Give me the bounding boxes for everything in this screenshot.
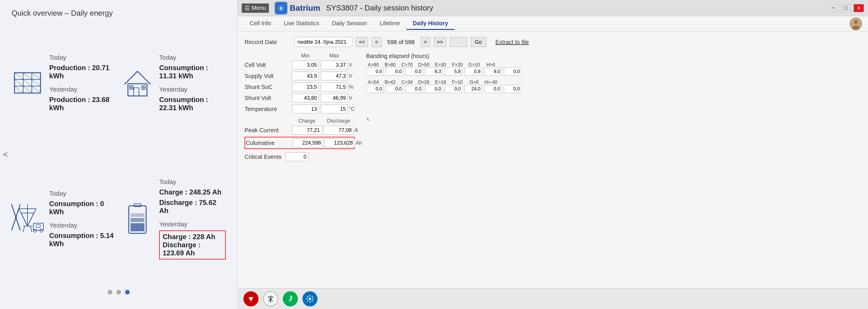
- peak-current-discharge[interactable]: [323, 126, 354, 135]
- band-a54-val[interactable]: [366, 85, 383, 93]
- svg-line-12: [23, 86, 32, 93]
- extract-button[interactable]: Extract to file: [496, 39, 529, 46]
- nav-prev-button[interactable]: <: [372, 37, 381, 47]
- heart-button[interactable]: ♥: [243, 291, 258, 306]
- house-card: Today Consumption : 11.31 kWh Yesterday …: [122, 29, 226, 137]
- charge-header: Charge Discharge: [245, 118, 354, 124]
- tab-daily-session[interactable]: Daily Session: [326, 18, 373, 30]
- svg-line-11: [14, 86, 23, 93]
- solar-today-label: Today: [49, 54, 116, 61]
- nav-next-button[interactable]: >: [421, 37, 430, 47]
- band-g0-val[interactable]: [484, 85, 502, 93]
- battery-card-text: Today Charge : 248.25 Ah Discharge : 75.…: [159, 178, 226, 259]
- dot-2[interactable]: [116, 290, 121, 294]
- band-label-b80: B>80: [383, 62, 397, 67]
- cell-volt-max[interactable]: [321, 61, 348, 69]
- logo-text: Batrium: [290, 3, 320, 13]
- svg-point-37: [40, 229, 43, 232]
- go-button[interactable]: Go: [471, 37, 486, 47]
- shunt-volt-unit: V: [349, 95, 360, 101]
- house-yesterday-label: Yesterday: [159, 86, 226, 93]
- grid-card: Today Consumption : 0 kWh Yesterday Cons…: [11, 154, 116, 284]
- band-label-c34: C>34: [400, 80, 414, 85]
- band-f10-val[interactable]: [465, 85, 482, 93]
- data-left: Min Max Cell Volt V Supply Volt V: [245, 53, 354, 161]
- page-input[interactable]: [450, 37, 467, 47]
- battery-today-charge: Charge : 248.25 Ah: [159, 188, 226, 196]
- menu-label: Menu: [251, 5, 266, 11]
- tab-lifetime[interactable]: Lifetime: [373, 18, 406, 30]
- supply-volt-min[interactable]: [292, 72, 319, 80]
- band-label-g0: G>0: [467, 80, 481, 85]
- antenna-button[interactable]: [263, 291, 278, 306]
- tab-daily-history[interactable]: Daily History: [406, 18, 455, 30]
- svg-text:B: B: [280, 6, 282, 11]
- left-panel: Quick overview – Daily energy: [0, 0, 237, 309]
- band-h-40-val[interactable]: [504, 85, 521, 93]
- band-g10-val[interactable]: [484, 67, 502, 76]
- band-h0-val[interactable]: [504, 67, 521, 76]
- batrium-window: ☰ Menu B Batrium SYS3807 - Daily session…: [237, 0, 868, 309]
- band-d26-val[interactable]: [425, 85, 442, 93]
- svg-line-6: [23, 73, 32, 79]
- house-icon: [122, 67, 153, 99]
- temperature-max[interactable]: [321, 105, 348, 113]
- shunt-soc-unit: %: [349, 84, 360, 90]
- peak-current-unit: A: [354, 127, 366, 133]
- band-d50-val[interactable]: [425, 67, 442, 76]
- band-label-h0: H>0: [484, 62, 498, 67]
- dot-3[interactable]: [125, 290, 130, 294]
- cell-volt-min[interactable]: [292, 61, 319, 69]
- shunt-soc-min[interactable]: [292, 83, 319, 91]
- cell-volt-row: Cell Volt V: [245, 61, 354, 69]
- band-b80-val[interactable]: [386, 67, 403, 76]
- house-card-text: Today Consumption : 11.31 kWh Yesterday …: [159, 54, 226, 112]
- solar-yesterday-value: Production : 23.68 kWh: [49, 96, 116, 112]
- menu-button[interactable]: ☰ Menu: [242, 3, 269, 13]
- run-button[interactable]: [283, 291, 298, 306]
- band-label-f10: F>10: [450, 80, 465, 85]
- cumulative-discharge[interactable]: [325, 139, 355, 147]
- left-arrow-button[interactable]: <: [3, 149, 8, 160]
- svg-rect-62: [310, 301, 311, 303]
- shunt-volt-min[interactable]: [292, 94, 319, 102]
- supply-volt-max[interactable]: [321, 72, 348, 80]
- banding-row1-labels: A>90 B>80 C>70 D>50 E>30 F>20 G>10 H>0: [366, 62, 861, 67]
- bottom-toolbar: ♥: [238, 288, 868, 309]
- grid-icon: [11, 203, 43, 235]
- band-b42-val[interactable]: [386, 85, 403, 93]
- record-date-input[interactable]: [294, 37, 352, 47]
- temperature-min[interactable]: [292, 105, 319, 113]
- band-label-b42: B>42: [383, 80, 397, 85]
- band-c34-val[interactable]: [405, 85, 423, 93]
- grid-today-label: Today: [49, 190, 116, 197]
- band-e18-val[interactable]: [445, 85, 462, 93]
- close-button[interactable]: ✕: [854, 4, 864, 12]
- band-c70-val[interactable]: [405, 67, 423, 76]
- critical-events-value[interactable]: [285, 152, 309, 161]
- minimize-button[interactable]: −: [828, 4, 838, 12]
- svg-line-27: [21, 213, 28, 226]
- nav-last-button[interactable]: >>: [434, 37, 446, 47]
- tab-cell-info[interactable]: Cell Info: [243, 18, 277, 30]
- nav-first-button[interactable]: <<: [356, 37, 368, 47]
- tab-live-statistics[interactable]: Live Statistics: [277, 18, 325, 30]
- cumulative-charge[interactable]: [293, 139, 323, 147]
- maximize-button[interactable]: □: [841, 4, 851, 12]
- svg-rect-42: [130, 213, 145, 217]
- dot-1[interactable]: [108, 290, 112, 294]
- peak-current-label: Peak Current: [245, 127, 291, 134]
- peak-current-charge[interactable]: [292, 126, 322, 135]
- temperature-row: Temperature °C: [245, 105, 354, 113]
- band-a90-val[interactable]: [366, 67, 383, 76]
- shunt-volt-max[interactable]: [321, 94, 348, 102]
- svg-rect-64: [312, 298, 314, 299]
- record-date-label: Record Date: [245, 39, 291, 46]
- band-f20-val[interactable]: [465, 67, 482, 76]
- data-section: Min Max Cell Volt V Supply Volt V: [245, 53, 861, 161]
- temperature-label: Temperature: [245, 106, 291, 112]
- shunt-soc-max[interactable]: [321, 83, 348, 91]
- settings-button[interactable]: [303, 291, 317, 306]
- band-e30-val[interactable]: [445, 67, 462, 76]
- solar-card-text: Today Production : 20.71 kWh Yesterday P…: [49, 54, 116, 112]
